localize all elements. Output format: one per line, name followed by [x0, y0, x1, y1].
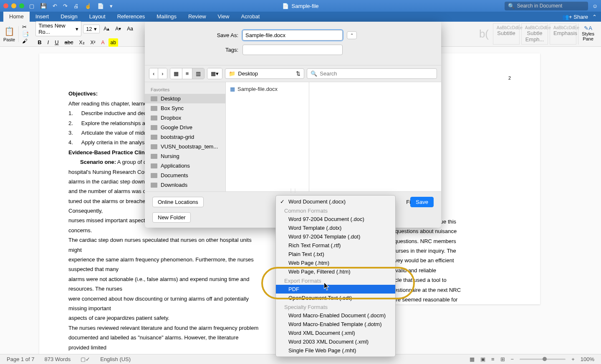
favorites-item[interactable]: Dropbox [145, 113, 225, 123]
format-option[interactable]: PDF [276, 285, 395, 294]
favorites-item[interactable]: Applications [145, 161, 225, 171]
format-option[interactable]: Word Template (.dotx) [276, 223, 395, 232]
redo-icon[interactable]: ↷ [63, 3, 68, 9]
print-icon[interactable]: 🖨 [73, 3, 79, 9]
format-option[interactable]: Plain Text (.txt) [276, 250, 395, 259]
favorites-item[interactable]: Nursing [145, 151, 225, 161]
dropdown-icon[interactable]: ▾ [110, 3, 113, 9]
format-option[interactable]: Web Page, Filtered (.htm) [276, 267, 395, 276]
collapse-ribbon-icon[interactable]: ⌃ [592, 14, 597, 20]
format-option[interactable]: Word Macro-Enabled Template (.dotm) [276, 320, 395, 329]
share-button[interactable]: 👥+ Share [562, 14, 588, 20]
bold-button[interactable]: B [35, 38, 43, 47]
highlight-button[interactable]: ab [109, 38, 118, 47]
zoom-out-button[interactable]: − [511, 356, 514, 362]
search-in-document[interactable]: 🔍 [505, 2, 588, 10]
format-option[interactable]: Word XML Document (.xml) [276, 329, 395, 337]
tags-input[interactable] [242, 45, 343, 55]
styles-pane-button[interactable]: ✎A Styles Pane [578, 23, 598, 45]
favorites-item[interactable]: VUSN_bootstrap_tem... [145, 142, 225, 151]
favorites-item[interactable]: Desktop [145, 94, 225, 103]
favorites-item[interactable]: bootstrap-grid [145, 132, 225, 142]
format-painter-icon[interactable]: 🖌 [22, 38, 29, 44]
format-option[interactable]: Word Macro-Enabled Document (.docm) [276, 311, 395, 320]
close-window-button[interactable] [3, 3, 8, 8]
view-icons-button[interactable]: ▦ [170, 68, 182, 79]
new-doc-icon[interactable]: 📄 [97, 3, 104, 9]
tab-view[interactable]: View [212, 12, 235, 22]
collapse-dialog-button[interactable]: ⌃ [347, 31, 357, 39]
tab-layout[interactable]: Layout [83, 12, 111, 22]
tab-home[interactable]: Home [3, 12, 30, 22]
touch-icon[interactable]: ☝ [85, 3, 91, 9]
cut-icon[interactable]: ✂ [22, 24, 29, 30]
format-option[interactable]: Word 2003 XML Document (.xml) [276, 337, 395, 346]
word-count[interactable]: 873 Words [45, 356, 71, 362]
format-option[interactable]: OpenDocument Text (.odt) [276, 294, 395, 302]
subscript-button[interactable]: X₂ [77, 38, 87, 47]
new-folder-button[interactable]: New Folder [152, 212, 191, 223]
view-web-icon[interactable]: ≡ [491, 356, 495, 362]
save-as-input[interactable] [242, 30, 343, 40]
format-option[interactable]: Word 97-2004 Document (.doc) [276, 215, 395, 223]
view-focus-icon[interactable]: ▣ [480, 356, 485, 362]
user-account-icon[interactable]: ☺ [592, 3, 598, 9]
autosave-icon[interactable]: ▢ [29, 3, 34, 9]
italic-button[interactable]: I [45, 38, 51, 47]
superscript-button[interactable]: X² [88, 38, 98, 47]
strikethrough-button[interactable]: abc [63, 38, 76, 47]
undo-icon[interactable]: ↶ [53, 3, 57, 9]
zoom-in-button[interactable]: + [571, 356, 575, 362]
zoom-level[interactable]: 100% [581, 356, 594, 362]
view-list-button[interactable]: ≡ [182, 68, 193, 79]
finder-search[interactable]: 🔍 [307, 68, 437, 79]
font-size-combo[interactable]: 12▾ [83, 25, 100, 33]
save-button[interactable]: Save [410, 197, 434, 207]
tab-mailings[interactable]: Mailings [151, 12, 182, 22]
search-input[interactable] [517, 3, 585, 9]
change-case-icon[interactable]: Aa [125, 25, 135, 33]
format-option[interactable]: Single File Web Page (.mht) [276, 346, 395, 355]
zoom-window-button[interactable] [19, 3, 24, 8]
paste-icon[interactable]: 📋 [4, 26, 15, 36]
nav-back-button[interactable]: ‹ [149, 68, 158, 79]
spellcheck-icon[interactable]: ▢✓ [81, 356, 90, 362]
tab-references[interactable]: References [111, 12, 151, 22]
file-item[interactable]: ▦ Sample-file.docx [226, 85, 309, 93]
save-icon[interactable]: 💾 [40, 3, 47, 9]
page-status[interactable]: Page 1 of 7 [7, 356, 35, 362]
format-option[interactable]: Word 97-2004 Template (.dot) [276, 232, 395, 241]
format-option[interactable]: Rich Text Format (.rtf) [276, 241, 395, 250]
favorites-item[interactable]: Downloads [145, 180, 225, 190]
style-subtle-emphasis[interactable]: AaBbCcDdEeSubtle Emph... [521, 23, 548, 45]
view-print-icon[interactable]: ▦ [470, 356, 475, 362]
save-as-label: Save As: [155, 32, 238, 38]
favorites-item[interactable]: Documents [145, 171, 225, 180]
underline-button[interactable]: U [53, 38, 61, 47]
view-columns-button[interactable]: ▥ [192, 68, 204, 79]
tab-design[interactable]: Design [55, 12, 83, 22]
font-name-combo[interactable]: Times New Ro...▾ [35, 21, 81, 36]
view-outline-icon[interactable]: ⊞ [500, 356, 505, 362]
style-emphasis[interactable]: AaBbCcDdEeEmphasis [550, 23, 576, 45]
tab-acrobat[interactable]: Acrobat [235, 12, 265, 22]
zoom-slider[interactable] [520, 359, 566, 360]
font-color-button[interactable]: A [99, 38, 107, 47]
group-button[interactable]: ▦▾ [207, 68, 222, 79]
decrease-font-icon[interactable]: A▾ [113, 25, 123, 33]
finder-search-input[interactable] [320, 70, 433, 77]
style-subtitle[interactable]: AaBbCcDdEeSubtitle [493, 23, 520, 45]
format-option-current[interactable]: Word Document (.docx) [276, 197, 395, 206]
favorites-item[interactable]: Box Sync [145, 103, 225, 113]
online-locations-button[interactable]: Online Locations [152, 197, 204, 207]
nav-forward-button[interactable]: › [158, 68, 167, 79]
copy-icon[interactable]: 📑 [22, 31, 29, 37]
tab-review[interactable]: Review [182, 12, 212, 22]
format-option[interactable]: Web Page (.htm) [276, 259, 395, 267]
tab-insert[interactable]: Insert [30, 12, 55, 22]
location-combo[interactable]: 📁 Desktop ⇅ [225, 68, 304, 79]
minimize-window-button[interactable] [11, 3, 16, 8]
language-status[interactable]: English (US) [100, 356, 131, 362]
favorites-item[interactable]: Google Drive [145, 123, 225, 132]
increase-font-icon[interactable]: A▴ [101, 25, 111, 33]
